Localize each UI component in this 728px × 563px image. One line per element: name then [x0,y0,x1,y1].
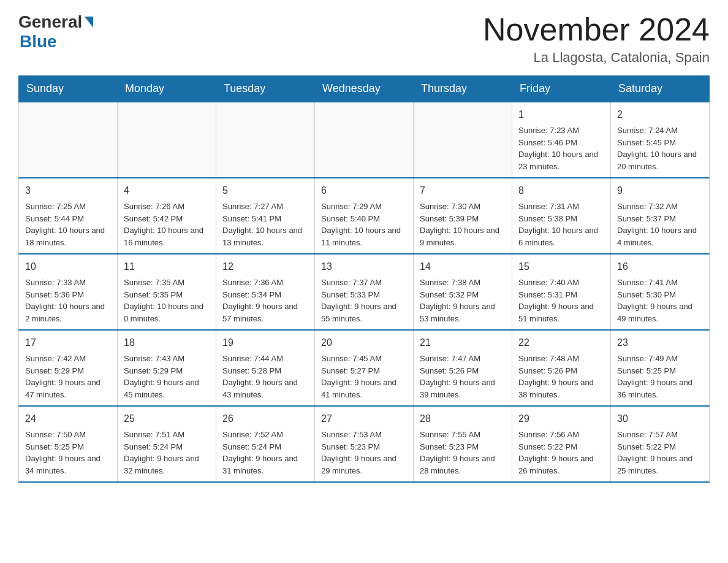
sunset-text: Sunset: 5:23 PM [321,442,380,451]
sunset-text: Sunset: 5:22 PM [617,442,676,451]
days-of-week-row: Sunday Monday Tuesday Wednesday Thursday… [19,76,710,102]
sunrise-text: Sunrise: 7:51 AM [124,430,184,439]
col-thursday: Thursday [414,76,512,102]
sunset-text: Sunset: 5:32 PM [420,290,479,299]
sunset-text: Sunset: 5:24 PM [222,442,281,451]
calendar-cell [414,102,512,178]
logo-arrow-icon [85,17,93,28]
sunrise-text: Sunrise: 7:27 AM [222,202,283,211]
day-number: 1 [518,107,604,122]
calendar-cell: 16Sunrise: 7:41 AMSunset: 5:30 PMDayligh… [611,254,710,330]
calendar-cell: 24Sunrise: 7:50 AMSunset: 5:25 PMDayligh… [19,406,118,482]
day-number: 28 [420,412,506,426]
sunrise-text: Sunrise: 7:48 AM [518,354,579,363]
calendar-cell: 6Sunrise: 7:29 AMSunset: 5:40 PMDaylight… [315,178,414,254]
sunset-text: Sunset: 5:46 PM [518,138,577,147]
calendar-cell: 29Sunrise: 7:56 AMSunset: 5:22 PMDayligh… [512,406,611,482]
day-number: 4 [124,183,210,198]
sunrise-text: Sunrise: 7:37 AM [321,278,382,287]
day-number: 16 [617,259,703,274]
month-year-title: November 2024 [483,12,710,47]
day-number: 9 [617,183,703,198]
calendar-cell: 2Sunrise: 7:24 AMSunset: 5:45 PMDaylight… [611,102,710,178]
sunset-text: Sunset: 5:42 PM [124,214,183,223]
col-tuesday: Tuesday [216,76,315,102]
day-number: 20 [321,335,407,350]
col-monday: Monday [118,76,216,102]
daylight-text: Daylight: 10 hours and 6 minutes. [518,226,598,247]
calendar-header: Sunday Monday Tuesday Wednesday Thursday… [19,76,710,102]
sunset-text: Sunset: 5:25 PM [25,442,84,451]
sunrise-text: Sunrise: 7:43 AM [124,354,184,363]
calendar-cell: 28Sunrise: 7:55 AMSunset: 5:23 PMDayligh… [414,406,512,482]
calendar-cell: 20Sunrise: 7:45 AMSunset: 5:27 PMDayligh… [315,330,414,406]
daylight-text: Daylight: 9 hours and 26 minutes. [518,454,594,475]
sunrise-text: Sunrise: 7:57 AM [617,430,678,439]
daylight-text: Daylight: 9 hours and 38 minutes. [518,378,594,399]
daylight-text: Daylight: 9 hours and 47 minutes. [25,378,100,399]
daylight-text: Daylight: 9 hours and 45 minutes. [124,378,199,399]
calendar-cell: 11Sunrise: 7:35 AMSunset: 5:35 PMDayligh… [118,254,216,330]
title-block: November 2024 La Llagosta, Catalonia, Sp… [483,12,710,66]
day-number: 8 [518,183,604,198]
sunrise-text: Sunrise: 7:56 AM [518,430,579,439]
day-number: 2 [617,107,703,122]
calendar-cell: 15Sunrise: 7:40 AMSunset: 5:31 PMDayligh… [512,254,611,330]
calendar-cell: 4Sunrise: 7:26 AMSunset: 5:42 PMDaylight… [118,178,216,254]
calendar-week-row: 3Sunrise: 7:25 AMSunset: 5:44 PMDaylight… [19,178,710,254]
calendar-cell: 23Sunrise: 7:49 AMSunset: 5:25 PMDayligh… [611,330,710,406]
calendar-week-row: 24Sunrise: 7:50 AMSunset: 5:25 PMDayligh… [19,406,710,482]
sunrise-text: Sunrise: 7:45 AM [321,354,382,363]
calendar-cell [315,102,414,178]
calendar-cell: 17Sunrise: 7:42 AMSunset: 5:29 PMDayligh… [19,330,118,406]
location-subtitle: La Llagosta, Catalonia, Spain [483,50,710,66]
daylight-text: Daylight: 9 hours and 43 minutes. [222,378,298,399]
day-number: 22 [518,335,604,350]
sunrise-text: Sunrise: 7:35 AM [124,278,184,287]
daylight-text: Daylight: 9 hours and 34 minutes. [25,454,100,475]
calendar-cell: 30Sunrise: 7:57 AMSunset: 5:22 PMDayligh… [611,406,710,482]
day-number: 19 [222,335,308,350]
calendar-cell: 1Sunrise: 7:23 AMSunset: 5:46 PMDaylight… [512,102,611,178]
day-number: 6 [321,183,407,198]
daylight-text: Daylight: 9 hours and 29 minutes. [321,454,396,475]
sunset-text: Sunset: 5:35 PM [124,290,183,299]
sunrise-text: Sunrise: 7:49 AM [617,354,678,363]
sunset-text: Sunset: 5:44 PM [25,214,84,223]
day-number: 29 [518,412,604,426]
calendar-cell: 14Sunrise: 7:38 AMSunset: 5:32 PMDayligh… [414,254,512,330]
sunrise-text: Sunrise: 7:42 AM [25,354,86,363]
calendar-cell: 10Sunrise: 7:33 AMSunset: 5:36 PMDayligh… [19,254,118,330]
sunrise-text: Sunrise: 7:30 AM [420,202,480,211]
sunrise-text: Sunrise: 7:29 AM [321,202,382,211]
sunrise-text: Sunrise: 7:32 AM [617,202,678,211]
daylight-text: Daylight: 9 hours and 31 minutes. [222,454,298,475]
calendar-week-row: 1Sunrise: 7:23 AMSunset: 5:46 PMDaylight… [19,102,710,178]
day-number: 12 [222,259,308,274]
sunset-text: Sunset: 5:23 PM [420,442,479,451]
sunset-text: Sunset: 5:40 PM [321,214,380,223]
calendar-cell: 25Sunrise: 7:51 AMSunset: 5:24 PMDayligh… [118,406,216,482]
calendar-cell: 7Sunrise: 7:30 AMSunset: 5:39 PMDaylight… [414,178,512,254]
sunrise-text: Sunrise: 7:26 AM [124,202,184,211]
daylight-text: Daylight: 9 hours and 28 minutes. [420,454,495,475]
logo-general-text: General [18,12,82,32]
day-number: 17 [25,335,111,350]
col-friday: Friday [512,76,611,102]
day-number: 7 [420,183,506,198]
daylight-text: Daylight: 10 hours and 18 minutes. [25,226,105,247]
daylight-text: Daylight: 9 hours and 57 minutes. [222,302,298,323]
sunrise-text: Sunrise: 7:23 AM [518,126,579,135]
sunset-text: Sunset: 5:28 PM [222,366,281,375]
calendar-table: Sunday Monday Tuesday Wednesday Thursday… [18,75,710,483]
sunset-text: Sunset: 5:41 PM [222,214,281,223]
daylight-text: Daylight: 10 hours and 16 minutes. [124,226,203,247]
col-sunday: Sunday [19,76,118,102]
sunset-text: Sunset: 5:29 PM [124,366,183,375]
daylight-text: Daylight: 10 hours and 4 minutes. [617,226,697,247]
daylight-text: Daylight: 10 hours and 13 minutes. [222,226,302,247]
sunrise-text: Sunrise: 7:31 AM [518,202,579,211]
col-wednesday: Wednesday [315,76,414,102]
day-number: 13 [321,259,407,274]
day-number: 5 [222,183,308,198]
